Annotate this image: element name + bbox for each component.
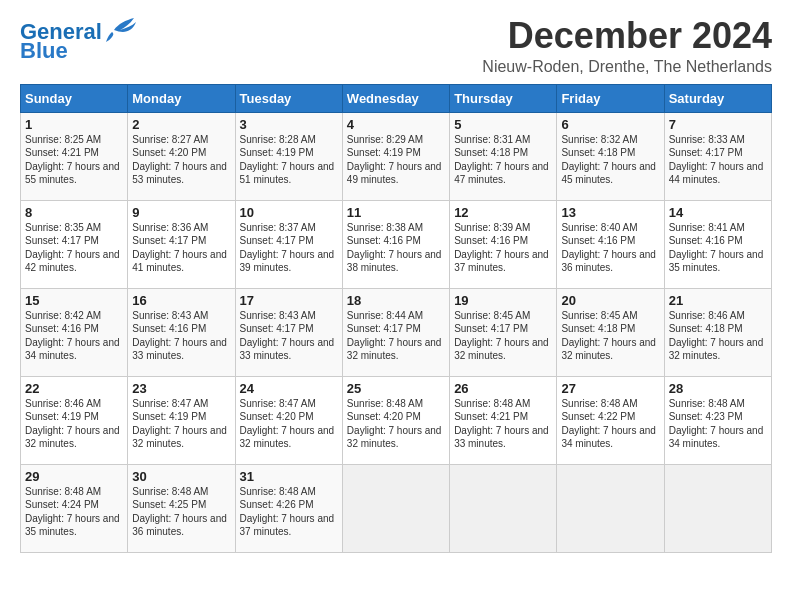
calendar-cell: 1Sunrise: 8:25 AM Sunset: 4:21 PM Daylig…: [21, 112, 128, 200]
calendar-cell: 14Sunrise: 8:41 AM Sunset: 4:16 PM Dayli…: [664, 200, 771, 288]
day-number: 5: [454, 117, 552, 132]
calendar-cell: 26Sunrise: 8:48 AM Sunset: 4:21 PM Dayli…: [450, 376, 557, 464]
day-info: Sunrise: 8:33 AM Sunset: 4:17 PM Dayligh…: [669, 133, 767, 187]
cell-content: 1Sunrise: 8:25 AM Sunset: 4:21 PM Daylig…: [25, 117, 123, 187]
day-info: Sunrise: 8:48 AM Sunset: 4:22 PM Dayligh…: [561, 397, 659, 451]
cell-content: 29Sunrise: 8:48 AM Sunset: 4:24 PM Dayli…: [25, 469, 123, 539]
day-number: 31: [240, 469, 338, 484]
cell-content: 28Sunrise: 8:48 AM Sunset: 4:23 PM Dayli…: [669, 381, 767, 451]
day-info: Sunrise: 8:39 AM Sunset: 4:16 PM Dayligh…: [454, 221, 552, 275]
cell-content: 14Sunrise: 8:41 AM Sunset: 4:16 PM Dayli…: [669, 205, 767, 275]
day-number: 25: [347, 381, 445, 396]
cell-content: 2Sunrise: 8:27 AM Sunset: 4:20 PM Daylig…: [132, 117, 230, 187]
day-info: Sunrise: 8:47 AM Sunset: 4:19 PM Dayligh…: [132, 397, 230, 451]
cell-content: 25Sunrise: 8:48 AM Sunset: 4:20 PM Dayli…: [347, 381, 445, 451]
cell-content: 4Sunrise: 8:29 AM Sunset: 4:19 PM Daylig…: [347, 117, 445, 187]
cell-content: 19Sunrise: 8:45 AM Sunset: 4:17 PM Dayli…: [454, 293, 552, 363]
col-header-thursday: Thursday: [450, 84, 557, 112]
day-info: Sunrise: 8:35 AM Sunset: 4:17 PM Dayligh…: [25, 221, 123, 275]
calendar-header-row: SundayMondayTuesdayWednesdayThursdayFrid…: [21, 84, 772, 112]
logo: General Blue: [20, 20, 136, 62]
cell-content: 18Sunrise: 8:44 AM Sunset: 4:17 PM Dayli…: [347, 293, 445, 363]
calendar-cell: 5Sunrise: 8:31 AM Sunset: 4:18 PM Daylig…: [450, 112, 557, 200]
calendar-cell: 28Sunrise: 8:48 AM Sunset: 4:23 PM Dayli…: [664, 376, 771, 464]
day-number: 21: [669, 293, 767, 308]
cell-content: 15Sunrise: 8:42 AM Sunset: 4:16 PM Dayli…: [25, 293, 123, 363]
day-info: Sunrise: 8:36 AM Sunset: 4:17 PM Dayligh…: [132, 221, 230, 275]
day-number: 4: [347, 117, 445, 132]
day-info: Sunrise: 8:37 AM Sunset: 4:17 PM Dayligh…: [240, 221, 338, 275]
day-number: 6: [561, 117, 659, 132]
cell-content: 13Sunrise: 8:40 AM Sunset: 4:16 PM Dayli…: [561, 205, 659, 275]
calendar-cell: [557, 464, 664, 552]
calendar-week-row: 8Sunrise: 8:35 AM Sunset: 4:17 PM Daylig…: [21, 200, 772, 288]
day-number: 16: [132, 293, 230, 308]
day-info: Sunrise: 8:45 AM Sunset: 4:17 PM Dayligh…: [454, 309, 552, 363]
day-info: Sunrise: 8:45 AM Sunset: 4:18 PM Dayligh…: [561, 309, 659, 363]
day-info: Sunrise: 8:47 AM Sunset: 4:20 PM Dayligh…: [240, 397, 338, 451]
calendar-cell: 24Sunrise: 8:47 AM Sunset: 4:20 PM Dayli…: [235, 376, 342, 464]
cell-content: 30Sunrise: 8:48 AM Sunset: 4:25 PM Dayli…: [132, 469, 230, 539]
calendar-cell: [450, 464, 557, 552]
calendar-cell: 23Sunrise: 8:47 AM Sunset: 4:19 PM Dayli…: [128, 376, 235, 464]
title-area: December 2024 Nieuw-Roden, Drenthe, The …: [482, 16, 772, 76]
logo-blue: Blue: [20, 40, 68, 62]
day-info: Sunrise: 8:46 AM Sunset: 4:18 PM Dayligh…: [669, 309, 767, 363]
calendar-cell: 22Sunrise: 8:46 AM Sunset: 4:19 PM Dayli…: [21, 376, 128, 464]
calendar-cell: 27Sunrise: 8:48 AM Sunset: 4:22 PM Dayli…: [557, 376, 664, 464]
location-title: Nieuw-Roden, Drenthe, The Netherlands: [482, 58, 772, 76]
day-number: 12: [454, 205, 552, 220]
cell-content: 7Sunrise: 8:33 AM Sunset: 4:17 PM Daylig…: [669, 117, 767, 187]
calendar-cell: 7Sunrise: 8:33 AM Sunset: 4:17 PM Daylig…: [664, 112, 771, 200]
calendar-cell: 18Sunrise: 8:44 AM Sunset: 4:17 PM Dayli…: [342, 288, 449, 376]
day-number: 29: [25, 469, 123, 484]
cell-content: 26Sunrise: 8:48 AM Sunset: 4:21 PM Dayli…: [454, 381, 552, 451]
calendar-week-row: 29Sunrise: 8:48 AM Sunset: 4:24 PM Dayli…: [21, 464, 772, 552]
day-info: Sunrise: 8:32 AM Sunset: 4:18 PM Dayligh…: [561, 133, 659, 187]
calendar-cell: 20Sunrise: 8:45 AM Sunset: 4:18 PM Dayli…: [557, 288, 664, 376]
day-number: 10: [240, 205, 338, 220]
day-info: Sunrise: 8:46 AM Sunset: 4:19 PM Dayligh…: [25, 397, 123, 451]
col-header-saturday: Saturday: [664, 84, 771, 112]
col-header-monday: Monday: [128, 84, 235, 112]
day-info: Sunrise: 8:48 AM Sunset: 4:20 PM Dayligh…: [347, 397, 445, 451]
calendar-cell: 2Sunrise: 8:27 AM Sunset: 4:20 PM Daylig…: [128, 112, 235, 200]
day-info: Sunrise: 8:48 AM Sunset: 4:24 PM Dayligh…: [25, 485, 123, 539]
calendar-cell: 11Sunrise: 8:38 AM Sunset: 4:16 PM Dayli…: [342, 200, 449, 288]
cell-content: 24Sunrise: 8:47 AM Sunset: 4:20 PM Dayli…: [240, 381, 338, 451]
day-number: 14: [669, 205, 767, 220]
day-number: 17: [240, 293, 338, 308]
day-info: Sunrise: 8:48 AM Sunset: 4:23 PM Dayligh…: [669, 397, 767, 451]
cell-content: 27Sunrise: 8:48 AM Sunset: 4:22 PM Dayli…: [561, 381, 659, 451]
day-info: Sunrise: 8:42 AM Sunset: 4:16 PM Dayligh…: [25, 309, 123, 363]
calendar-cell: 13Sunrise: 8:40 AM Sunset: 4:16 PM Dayli…: [557, 200, 664, 288]
cell-content: 9Sunrise: 8:36 AM Sunset: 4:17 PM Daylig…: [132, 205, 230, 275]
day-info: Sunrise: 8:27 AM Sunset: 4:20 PM Dayligh…: [132, 133, 230, 187]
day-info: Sunrise: 8:28 AM Sunset: 4:19 PM Dayligh…: [240, 133, 338, 187]
day-number: 20: [561, 293, 659, 308]
calendar-cell: [342, 464, 449, 552]
calendar-cell: 6Sunrise: 8:32 AM Sunset: 4:18 PM Daylig…: [557, 112, 664, 200]
cell-content: 31Sunrise: 8:48 AM Sunset: 4:26 PM Dayli…: [240, 469, 338, 539]
header: General Blue December 2024 Nieuw-Roden, …: [20, 16, 772, 76]
calendar-cell: 31Sunrise: 8:48 AM Sunset: 4:26 PM Dayli…: [235, 464, 342, 552]
cell-content: 17Sunrise: 8:43 AM Sunset: 4:17 PM Dayli…: [240, 293, 338, 363]
calendar-cell: 19Sunrise: 8:45 AM Sunset: 4:17 PM Dayli…: [450, 288, 557, 376]
day-number: 8: [25, 205, 123, 220]
day-number: 18: [347, 293, 445, 308]
col-header-friday: Friday: [557, 84, 664, 112]
calendar-cell: 12Sunrise: 8:39 AM Sunset: 4:16 PM Dayli…: [450, 200, 557, 288]
day-info: Sunrise: 8:41 AM Sunset: 4:16 PM Dayligh…: [669, 221, 767, 275]
cell-content: 22Sunrise: 8:46 AM Sunset: 4:19 PM Dayli…: [25, 381, 123, 451]
cell-content: 12Sunrise: 8:39 AM Sunset: 4:16 PM Dayli…: [454, 205, 552, 275]
cell-content: 10Sunrise: 8:37 AM Sunset: 4:17 PM Dayli…: [240, 205, 338, 275]
calendar-cell: 4Sunrise: 8:29 AM Sunset: 4:19 PM Daylig…: [342, 112, 449, 200]
day-info: Sunrise: 8:43 AM Sunset: 4:17 PM Dayligh…: [240, 309, 338, 363]
calendar-table: SundayMondayTuesdayWednesdayThursdayFrid…: [20, 84, 772, 553]
col-header-wednesday: Wednesday: [342, 84, 449, 112]
day-number: 26: [454, 381, 552, 396]
calendar-cell: 10Sunrise: 8:37 AM Sunset: 4:17 PM Dayli…: [235, 200, 342, 288]
logo-bird-icon: [104, 16, 136, 44]
cell-content: 16Sunrise: 8:43 AM Sunset: 4:16 PM Dayli…: [132, 293, 230, 363]
day-number: 13: [561, 205, 659, 220]
